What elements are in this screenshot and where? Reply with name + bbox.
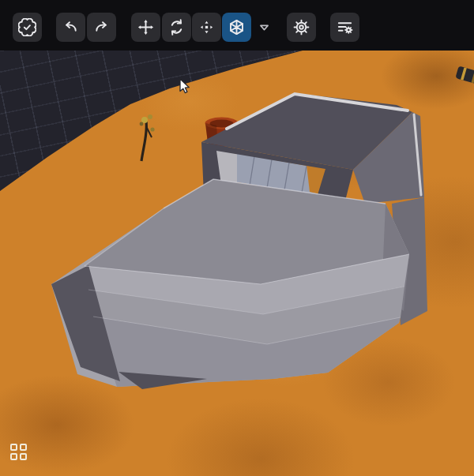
scale-tool-button[interactable]: [192, 13, 221, 42]
rotate-tool-button[interactable]: [162, 13, 191, 42]
toolbar: [0, 0, 474, 51]
move-icon: [137, 18, 155, 36]
settings-button[interactable]: [287, 13, 316, 42]
move-tool-button[interactable]: [131, 13, 160, 42]
gear-icon: [292, 18, 310, 36]
display-options-button[interactable]: [330, 13, 359, 42]
rotate-icon: [167, 18, 186, 36]
gray-hull[interactable]: [51, 179, 409, 389]
redo-icon: [92, 18, 111, 36]
cube-icon: [228, 18, 246, 36]
more-tools-button[interactable]: [253, 13, 275, 42]
chevron-down-icon: [255, 18, 273, 36]
viewport-3d[interactable]: [0, 51, 474, 476]
grid-view-icon[interactable]: [10, 444, 29, 463]
small-plant[interactable]: [140, 114, 155, 161]
list-settings-icon: [336, 18, 354, 36]
cursor: [179, 78, 192, 95]
striped-barrel[interactable]: [455, 66, 474, 84]
box-select-tool-button[interactable]: [222, 13, 251, 42]
badge-check-icon: [18, 18, 36, 36]
scene-objects: [0, 51, 474, 476]
undo-icon: [62, 18, 80, 36]
redo-button[interactable]: [87, 13, 116, 42]
verified-badge-button[interactable]: [13, 13, 42, 42]
scale-icon: [198, 18, 216, 36]
undo-button[interactable]: [56, 13, 85, 42]
